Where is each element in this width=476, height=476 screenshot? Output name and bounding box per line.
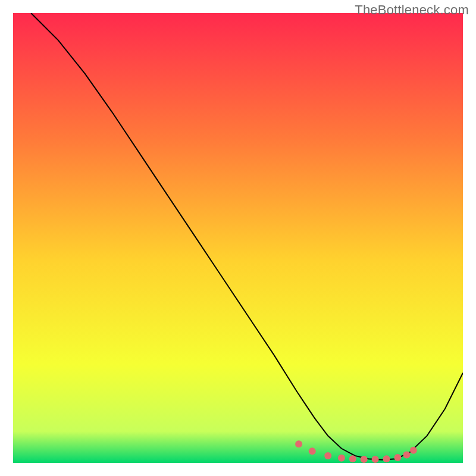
chart-svg [13, 13, 463, 463]
optimal-dot [394, 454, 401, 461]
optimal-dot [324, 452, 331, 459]
optimal-dot [383, 455, 390, 462]
optimal-dot [410, 447, 417, 454]
optimal-dot [295, 440, 302, 447]
gradient-background [13, 13, 463, 463]
watermark-text: TheBottleneck.com [355, 2, 469, 18]
optimal-dot [349, 455, 356, 462]
optimal-dot [403, 451, 411, 458]
optimal-dot [309, 447, 316, 455]
optimal-dot [361, 456, 368, 463]
bottleneck-chart [13, 13, 463, 463]
optimal-dot [372, 456, 379, 463]
optimal-dot [338, 455, 345, 462]
